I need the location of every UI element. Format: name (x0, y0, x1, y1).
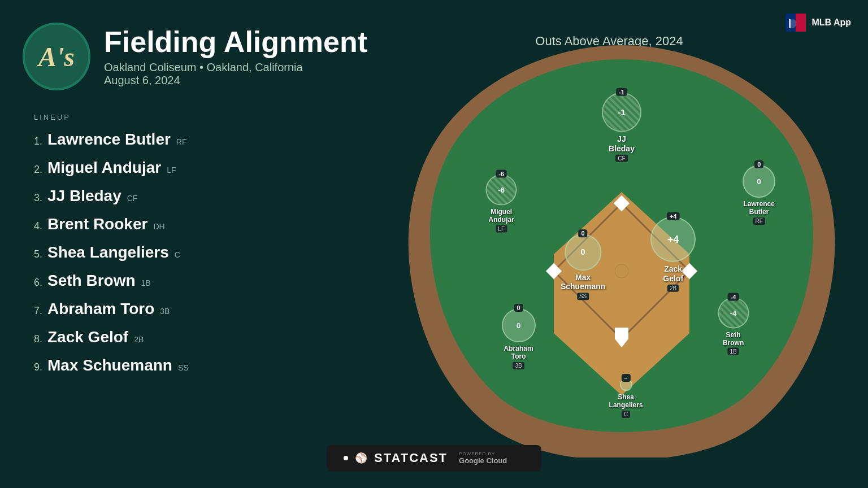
lineup-number: 8. (34, 333, 47, 345)
oaa-value: -6 (496, 170, 507, 178)
powered-by-block: POWERED BY Google Cloud (459, 451, 507, 465)
oaa-circle: – (620, 378, 632, 391)
lineup-item: 9. Max Schuemann SS (34, 356, 350, 374)
lineup-player-name: Shea Langeliers (47, 243, 169, 262)
oaa-circle: 0 0 (502, 308, 536, 342)
svg-rect-3 (796, 14, 806, 32)
oaa-circle: -1 -1 (602, 93, 641, 132)
field-player-name: SethBrown (723, 330, 744, 347)
lineup-player-name: Lawrence Butler (47, 130, 171, 149)
lineup-number: 5. (34, 249, 47, 260)
lineup-position: 2B (134, 335, 144, 344)
oaa-circle: 0 0 (743, 165, 775, 198)
mlb-label: MLB App (811, 18, 851, 28)
lineup-item: 6. Seth Brown 1B (34, 272, 350, 290)
oaa-value: -1 (616, 88, 627, 96)
google-cloud-label: Google Cloud (459, 456, 507, 465)
oaa-inner-value: 0 (757, 177, 761, 186)
field-container: -1 -1 JJBleday CF -6 -6 MiguelAndujar LF… (407, 34, 836, 457)
oaa-value: – (622, 374, 631, 382)
field-player-pos: 3B (513, 362, 524, 369)
lineup-position: 1B (141, 278, 151, 287)
mlb-app-badge: MLB App (784, 11, 851, 34)
oaa-value: 0 (514, 304, 523, 312)
lineup-label: LINEUP (34, 113, 350, 121)
lineup-position: C (175, 250, 180, 259)
lineup-item: 1. Lawrence Butler RF (34, 130, 350, 149)
lineup-item: 2. Miguel Andujar LF (34, 159, 350, 177)
lineup-number: 7. (34, 305, 47, 317)
field-player-name: JJBleday (609, 134, 635, 154)
oaa-circle: +4 +4 (650, 217, 696, 262)
header: A's Fielding Alignment Oakland Coliseum … (23, 23, 367, 90)
lineup-player-name: Abraham Toro (47, 300, 154, 318)
field-player-name: SheaLangeliers (609, 393, 643, 409)
team-logo: A's (23, 23, 90, 90)
lineup-section: LINEUP 1. Lawrence Butler RF 2. Miguel A… (34, 113, 350, 385)
field-player-name: AbrahamToro (504, 345, 533, 361)
statcast-dot (344, 456, 348, 460)
lineup-position: CF (127, 194, 138, 203)
field-player-pos: 1B (727, 348, 739, 355)
lineup-item: 5. Shea Langeliers C (34, 243, 350, 262)
oaa-inner-value: 0 (517, 321, 520, 330)
lineup-number: 3. (34, 192, 47, 204)
field-player-lawrence-butler: 0 0 LawrenceButler RF (743, 165, 775, 225)
field-player-pos: SS (577, 293, 589, 300)
lineup-number: 6. (34, 277, 47, 289)
date-label: August 6, 2024 (104, 74, 367, 87)
lineup-number: 1. (34, 136, 47, 147)
mlb-logo-icon (784, 11, 807, 34)
lineup-player-name: Miguel Andujar (47, 159, 161, 177)
lineup-number: 2. (34, 164, 47, 176)
svg-point-14 (615, 264, 628, 278)
oaa-circle: 0 0 (565, 234, 601, 271)
lineup-number: 4. (34, 220, 47, 232)
powered-by-label: POWERED BY (459, 451, 507, 456)
oaa-value: 0 (754, 160, 763, 168)
statcast-bar: ⚾ STATCAST POWERED BY Google Cloud (327, 445, 541, 471)
lineup-number: 9. (34, 361, 47, 373)
page-title: Fielding Alignment (104, 26, 367, 58)
oaa-inner-value: -1 (618, 107, 626, 117)
lineup-position: RF (176, 137, 187, 146)
lineup-position: DH (153, 222, 164, 231)
oaa-inner-value: -4 (730, 308, 737, 317)
oaa-circle: -4 -4 (718, 297, 749, 328)
baseball-icon: ⚾ (355, 452, 367, 464)
oaa-value: 0 (579, 229, 588, 237)
oaa-inner-value: +4 (667, 233, 679, 245)
lineup-item: 7. Abraham Toro 3B (34, 300, 350, 318)
field-player-pos: CF (615, 154, 627, 162)
lineup-item: 3. JJ Bleday CF (34, 187, 350, 205)
oaa-value: +4 (667, 212, 680, 220)
field-player-name: MiguelAndujar (489, 208, 514, 224)
field-player-pos: 2B (667, 284, 679, 291)
field-player-pos: RF (753, 217, 765, 225)
venue-label: Oakland Coliseum • Oakland, California (104, 61, 367, 74)
field-player-shea-langeliers: – SheaLangeliers C (609, 378, 643, 418)
lineup-position: SS (178, 363, 189, 372)
field-player-name: ZackGelof (663, 264, 683, 284)
oaa-inner-value: 0 (581, 247, 585, 256)
field-player-max-schuemann: 0 0 MaxSchuemann SS (561, 234, 605, 300)
field-player-abraham-toro: 0 0 AbrahamToro 3B (502, 308, 536, 369)
lineup-player-name: Brent Rooker (47, 215, 147, 233)
lineup-player-name: Zack Gelof (47, 328, 128, 346)
lineup-item: 8. Zack Gelof 2B (34, 328, 350, 346)
field-player-pos: C (622, 411, 630, 418)
team-abbr: A's (38, 41, 75, 72)
lineup-player-name: Max Schuemann (47, 356, 172, 374)
field-player-jj-bleday: -1 -1 JJBleday CF (602, 93, 641, 162)
field-player-miguel-andujar: -6 -6 MiguelAndujar LF (486, 175, 517, 233)
oaa-value: -4 (728, 293, 739, 300)
svg-rect-5 (789, 19, 791, 28)
lineup-position: 3B (160, 307, 170, 316)
field-player-zack-gelof: +4 +4 ZackGelof 2B (650, 217, 696, 292)
lineup-player-name: Seth Brown (47, 272, 136, 290)
statcast-label: STATCAST (374, 451, 448, 465)
field-player-seth-brown: -4 -4 SethBrown 1B (718, 297, 749, 355)
field-player-pos: LF (496, 225, 507, 232)
lineup-player-name: JJ Bleday (47, 187, 121, 205)
lineup-position: LF (167, 165, 176, 175)
